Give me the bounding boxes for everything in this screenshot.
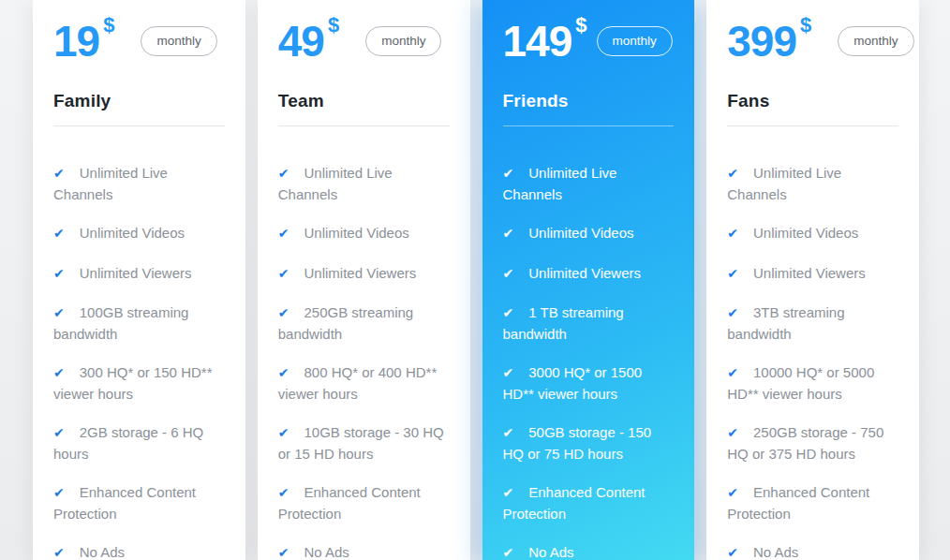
- plan-name: Family: [53, 91, 225, 111]
- price: 399 $: [727, 20, 811, 63]
- feature-label: Unlimited Videos: [528, 225, 633, 241]
- divider: [53, 125, 225, 126]
- feature-item: ✔250GB streaming bandwidth: [278, 302, 450, 344]
- monthly-badge[interactable]: monthly: [597, 26, 673, 56]
- feature-item: ✔Unlimited Live Channels: [53, 163, 225, 204]
- feature-label: Unlimited Live Channels: [727, 165, 841, 202]
- price-row: 399 $ monthly: [727, 20, 898, 63]
- dollar-sign: $: [103, 15, 114, 36]
- check-icon: ✔: [53, 226, 65, 241]
- feature-label: Unlimited Videos: [80, 225, 185, 241]
- feature-label: Unlimited Live Channels: [503, 165, 617, 202]
- check-icon: ✔: [727, 305, 738, 320]
- price: 19 $: [53, 20, 114, 63]
- feature-item: ✔Enhanced Content Protection: [727, 482, 898, 523]
- feature-item: ✔Unlimited Videos: [278, 223, 450, 244]
- check-icon: ✔: [727, 425, 738, 440]
- pricing-table: 19 $ monthly Family ✔Unlimited Live Chan…: [0, 0, 950, 560]
- feature-item: ✔3TB streaming bandwidth: [727, 302, 898, 344]
- check-icon: ✔: [503, 226, 514, 241]
- feature-item: ✔No Ads: [278, 542, 450, 560]
- feature-label: Unlimited Viewers: [753, 265, 866, 281]
- feature-item: ✔Unlimited Viewers: [727, 263, 898, 285]
- feature-item: ✔10000 HQ* or 5000 HD** viewer hours: [727, 362, 898, 404]
- check-icon: ✔: [278, 166, 289, 181]
- check-icon: ✔: [53, 485, 65, 500]
- price-row: 19 $ monthly: [53, 20, 225, 63]
- dollar-sign: $: [328, 15, 339, 36]
- feature-list: ✔Unlimited Live Channels ✔Unlimited Vide…: [727, 163, 898, 560]
- check-icon: ✔: [278, 425, 289, 440]
- feature-label: Unlimited Viewers: [80, 265, 192, 281]
- price: 149 $: [503, 20, 587, 63]
- check-icon: ✔: [53, 305, 65, 320]
- feature-label: Unlimited Live Channels: [278, 165, 393, 202]
- check-icon: ✔: [503, 545, 514, 560]
- feature-label: 3000 HQ* or 1500 HD** viewer hours: [503, 364, 643, 402]
- feature-item: ✔800 HQ* or 400 HD** viewer hours: [278, 362, 450, 404]
- plan-name: Fans: [727, 91, 898, 111]
- dollar-sign: $: [800, 15, 811, 36]
- feature-item: ✔No Ads: [727, 542, 898, 560]
- divider: [727, 125, 898, 126]
- check-icon: ✔: [727, 365, 738, 380]
- pricing-card-fans: 399 $ monthly Fans ✔Unlimited Live Chann…: [706, 0, 919, 560]
- feature-item: ✔Enhanced Content Protection: [503, 482, 675, 523]
- feature-item: ✔Unlimited Videos: [503, 223, 675, 244]
- plan-name: Friends: [503, 91, 675, 111]
- check-icon: ✔: [278, 545, 289, 560]
- price-amount: 149: [503, 20, 572, 63]
- check-icon: ✔: [727, 166, 738, 181]
- feature-label: No Ads: [304, 544, 349, 560]
- feature-item: ✔Enhanced Content Protection: [53, 482, 225, 523]
- price-amount: 399: [727, 20, 796, 63]
- check-icon: ✔: [503, 266, 514, 281]
- feature-label: 10000 HQ* or 5000 HD** viewer hours: [727, 364, 874, 402]
- feature-label: 100GB streaming bandwidth: [53, 304, 188, 342]
- feature-label: 50GB storage - 150 HQ or 75 HD hours: [503, 424, 652, 462]
- monthly-badge[interactable]: monthly: [141, 26, 216, 56]
- check-icon: ✔: [503, 485, 514, 500]
- check-icon: ✔: [278, 485, 289, 500]
- price-amount: 19: [53, 20, 99, 63]
- feature-item: ✔Unlimited Videos: [727, 223, 898, 244]
- feature-label: 10GB storage - 30 HQ or 15 HD hours: [278, 424, 444, 462]
- feature-item: ✔Unlimited Live Channels: [727, 163, 898, 204]
- feature-label: Enhanced Content Protection: [503, 484, 646, 522]
- feature-label: No Ads: [528, 544, 573, 560]
- check-icon: ✔: [727, 545, 738, 560]
- feature-label: No Ads: [753, 544, 798, 560]
- feature-item: ✔Unlimited Viewers: [278, 263, 450, 285]
- feature-item: ✔Unlimited Videos: [53, 223, 225, 244]
- feature-item: ✔Unlimited Viewers: [503, 263, 675, 285]
- feature-label: Enhanced Content Protection: [53, 484, 196, 522]
- feature-label: Unlimited Viewers: [304, 265, 416, 281]
- feature-item: ✔Unlimited Live Channels: [278, 163, 450, 204]
- feature-label: Unlimited Live Channels: [53, 165, 168, 202]
- divider: [278, 125, 450, 126]
- check-icon: ✔: [53, 166, 65, 181]
- check-icon: ✔: [278, 266, 289, 281]
- check-icon: ✔: [53, 365, 65, 380]
- feature-item: ✔2GB storage - 6 HQ hours: [53, 422, 225, 464]
- feature-label: Enhanced Content Protection: [727, 484, 869, 522]
- feature-item: ✔100GB streaming bandwidth: [53, 302, 225, 344]
- check-icon: ✔: [503, 365, 514, 380]
- plan-name: Team: [278, 91, 450, 111]
- pricing-card-friends: 149 $ monthly Friends ✔Unlimited Live Ch…: [482, 0, 695, 560]
- feature-item: ✔300 HQ* or 150 HD** viewer hours: [53, 362, 225, 404]
- monthly-badge[interactable]: monthly: [838, 26, 913, 56]
- feature-label: 1 TB streaming bandwidth: [503, 304, 624, 342]
- feature-list: ✔Unlimited Live Channels ✔Unlimited Vide…: [53, 163, 225, 560]
- check-icon: ✔: [727, 485, 738, 500]
- monthly-badge[interactable]: monthly: [365, 26, 441, 56]
- feature-label: Unlimited Videos: [753, 225, 858, 241]
- feature-item: ✔1 TB streaming bandwidth: [503, 302, 675, 344]
- feature-label: 3TB streaming bandwidth: [727, 304, 844, 342]
- check-icon: ✔: [278, 365, 289, 380]
- feature-list: ✔Unlimited Live Channels ✔Unlimited Vide…: [503, 163, 675, 560]
- price-amount: 49: [278, 20, 324, 63]
- feature-label: 250GB streaming bandwidth: [278, 304, 413, 342]
- check-icon: ✔: [503, 305, 514, 320]
- feature-item: ✔No Ads: [53, 542, 225, 560]
